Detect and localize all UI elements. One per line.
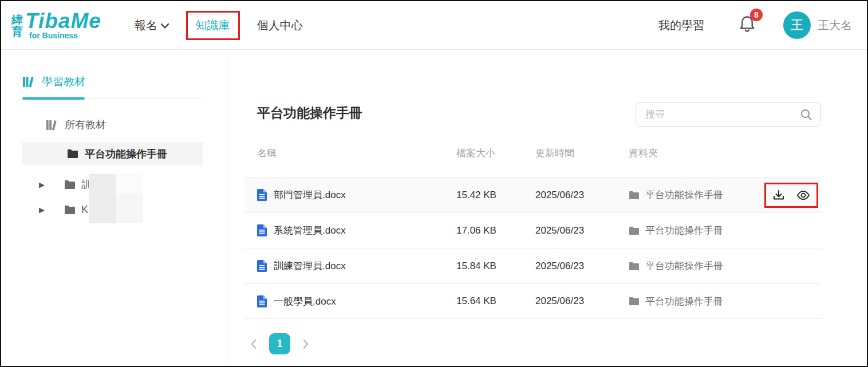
docx-file-icon [257,224,267,236]
file-folder: 平台功能操作手冊 [645,295,723,308]
file-folder-cell: 平台功能操作手冊 [629,259,821,273]
file-name: 系統管理員.docx [274,224,346,237]
file-name-cell: 訓練管理員.docx [244,259,456,273]
expand-caret-icon[interactable]: ▶ [39,180,48,189]
file-size: 15.42 KB [456,190,535,201]
logo-wordmark: TibaMe [25,10,101,32]
file-size: 15.64 KB [456,295,535,307]
column-header-size: 檔案大小 [456,147,535,160]
column-header-folder: 資料夾 [629,147,821,160]
sidebar-item-platform-manual[interactable]: 平台功能操作手冊 [22,142,203,165]
app-window: 緯 育 TibaMe for Business 報名 知識庫 個人中心 [0,0,868,367]
avatar-initial: 王 [791,17,803,34]
my-learning-link[interactable]: 我的學習 [658,18,704,33]
folder-icon [64,180,76,190]
download-button[interactable] [772,189,785,202]
file-name-cell: 一般學員.docx [244,295,456,308]
sidebar-item-all-materials[interactable]: 所有教材 [46,118,106,132]
sidebar-tree-item-1[interactable]: ▶ 訓 [39,177,92,191]
file-name: 部門管理員.docx [274,188,346,202]
logo-cjk-bottom: 育 [11,26,23,38]
file-size: 17.06 KB [456,225,535,236]
folder-icon [64,205,76,215]
docx-file-icon [257,189,267,201]
file-updated: 2025/06/23 [535,261,629,272]
pagination: 1 [250,333,310,354]
header-right: 我的學習 8 王 王大名 [658,11,852,39]
column-header-name: 名稱 [244,147,456,160]
file-folder: 平台功能操作手冊 [645,259,723,273]
notification-count-badge: 8 [750,9,763,21]
redaction-overlay [116,194,143,223]
search-icon[interactable] [800,108,812,121]
user-name: 王大名 [818,18,852,33]
row-actions-annotation-box [764,183,818,208]
nav-item-knowledge-base[interactable]: 知識庫 [186,11,240,40]
chevron-down-icon [161,23,169,29]
sidebar-tree-item-2-label: K [81,204,88,216]
top-header: 緯 育 TibaMe for Business 報名 知識庫 個人中心 [1,1,867,50]
avatar[interactable]: 王 [783,11,811,39]
folder-icon [629,226,640,235]
main-content: 平台功能操作手冊 名稱 檔案大小 更新時間 資料夾 [228,50,868,367]
file-folder: 平台功能操作手冊 [645,224,723,237]
tab-active-underline [22,97,85,100]
folder-icon [67,149,78,159]
main-nav: 報名 知識庫 個人中心 [125,11,312,40]
table-row[interactable]: 部門管理員.docx 15.42 KB 2025/06/23 平台功能操作手冊 [244,177,821,212]
table-row[interactable]: 一般學員.docx 15.64 KB 2025/06/23 平台功能操作手冊 [244,283,821,319]
file-name: 訓練管理員.docx [274,259,346,273]
logo-cjk-top: 緯 [11,14,23,26]
table-row[interactable]: 訓練管理員.docx 15.84 KB 2025/06/23 平台功能操作手冊 [244,248,821,283]
logo-subtitle: for Business [29,31,101,40]
expand-caret-icon[interactable]: ▶ [39,206,48,214]
file-folder-cell: 平台功能操作手冊 [629,295,821,308]
nav-item-signup[interactable]: 報名 [125,12,178,39]
tab-learning-materials[interactable]: 學習教材 [22,74,85,89]
file-folder: 平台功能操作手冊 [645,188,723,202]
preview-eye-button[interactable] [796,189,810,202]
sidebar-tree-item-2[interactable]: ▶ K [39,204,88,216]
nav-item-personal-center[interactable]: 個人中心 [248,12,312,39]
file-folder-cell: 平台功能操作手冊 [629,224,821,237]
docx-file-icon [257,295,267,307]
folder-icon [629,191,640,200]
file-table: 部門管理員.docx 15.42 KB 2025/06/23 平台功能操作手冊 [244,177,821,319]
nav-item-signup-label: 報名 [135,18,157,33]
sidebar-item-all-materials-label: 所有教材 [65,118,106,132]
search-box [636,102,821,127]
docx-file-icon [257,260,267,272]
nav-item-knowledge-base-label: 知識庫 [196,18,230,33]
sidebar: 學習教材 所有教材 平台功能操作手冊 ▶ 訓 [1,50,227,367]
sidebar-item-platform-manual-label: 平台功能操作手冊 [85,147,167,161]
file-name-cell: 部門管理員.docx [244,188,456,202]
file-updated: 2025/06/23 [535,225,629,236]
next-page-button[interactable] [302,338,310,350]
nav-item-personal-center-label: 個人中心 [257,18,303,33]
folder-icon [629,297,640,306]
table-row[interactable]: 系統管理員.docx 17.06 KB 2025/06/23 平台功能操作手冊 [244,212,821,248]
prev-page-button[interactable] [250,338,258,350]
file-updated: 2025/06/23 [535,295,629,307]
books-icon [46,119,58,131]
file-size: 15.84 KB [456,261,535,272]
redaction-overlay [116,174,143,194]
file-name: 一般學員.docx [274,295,336,308]
file-name-cell: 系統管理員.docx [244,224,456,237]
tibame-logo[interactable]: 緯 育 TibaMe for Business [11,10,101,40]
redaction-overlay [89,174,116,223]
page-title: 平台功能操作手冊 [257,104,362,122]
page-number-button[interactable]: 1 [269,333,290,354]
logo-cjk-text: 緯 育 [11,14,23,38]
column-header-updated: 更新時間 [535,147,629,160]
search-input[interactable] [636,102,800,126]
tab-learning-materials-label: 學習教材 [42,74,85,89]
books-icon [22,76,35,88]
notification-bell-button[interactable]: 8 [739,14,756,36]
folder-icon [629,262,640,271]
file-updated: 2025/06/23 [535,190,629,201]
table-header: 名稱 檔案大小 更新時間 資料夾 [244,147,821,160]
